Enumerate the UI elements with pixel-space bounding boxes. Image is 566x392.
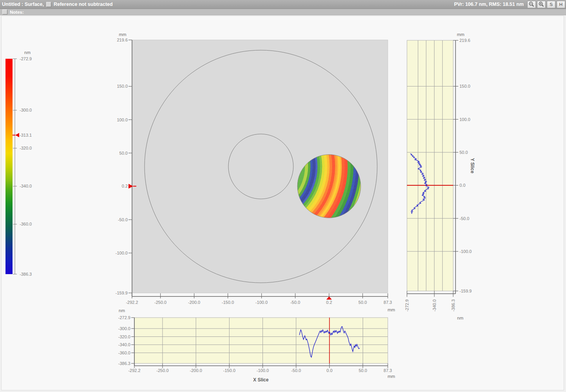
notes-bar: Notes:: [0, 9, 566, 15]
notes-label: Notes:: [10, 10, 24, 14]
plots-canvas: [0, 0, 566, 392]
x-cursor-arrow-icon[interactable]: [326, 296, 332, 300]
window-title: Untitled : Surface,: [2, 2, 44, 7]
notes-checkbox-icon[interactable]: [2, 9, 7, 14]
x-slice-plot-area[interactable]: [135, 318, 388, 363]
y-slice-plot-area[interactable]: [407, 40, 453, 291]
window-title-bar: Untitled : Surface, Reference not subtra…: [0, 0, 566, 9]
stats-readout: PVr: 106.7 nm, RMS: 18.51 nm: [454, 2, 524, 7]
zoom-out-button[interactable]: [527, 1, 536, 8]
reference-label: Reference not subtracted: [54, 2, 113, 7]
magnifier-minus-icon: [528, 1, 535, 7]
colorbar-gradient: [5, 59, 13, 274]
zoom-in-button[interactable]: [537, 1, 546, 8]
magnifier-plus-icon: [538, 1, 544, 7]
app-window: nm mm mm nm mm X Slice mm nm Y Slice 219…: [0, 0, 566, 392]
s-button[interactable]: S: [547, 1, 555, 8]
h-button[interactable]: H: [557, 1, 565, 8]
colorbar-marker-arrow-icon[interactable]: [15, 133, 19, 137]
reference-checkbox-icon[interactable]: [46, 2, 51, 7]
